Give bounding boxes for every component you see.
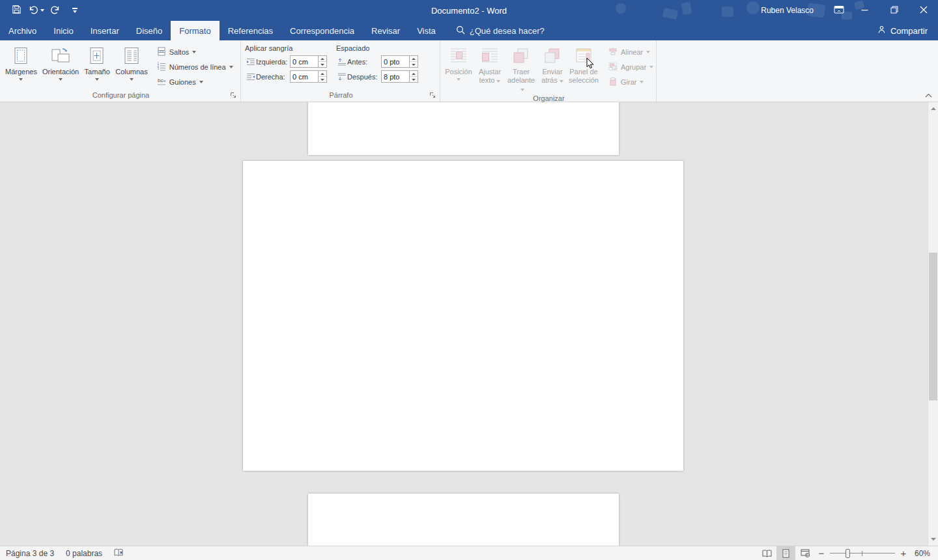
group-label-organizar: Organizar bbox=[533, 94, 564, 102]
close-button[interactable] bbox=[909, 0, 938, 21]
dropdown-arrow-icon bbox=[229, 66, 233, 68]
dropdown-arrow-icon bbox=[496, 80, 500, 83]
scroll-up-button[interactable] bbox=[928, 103, 938, 114]
aplicar-sangria-section: Aplicar sangría Izquierda: bbox=[245, 43, 327, 84]
espaciado-section: Espaciado Antes: bbox=[336, 43, 418, 84]
tab-archivo[interactable]: Archivo bbox=[0, 21, 45, 40]
traer-adelante-button: Traer adelante bbox=[505, 43, 537, 93]
sangria-derecha-input[interactable] bbox=[290, 70, 319, 83]
spin-up-button[interactable] bbox=[410, 71, 418, 76]
svg-text:bc: bc bbox=[158, 77, 163, 83]
tamano-icon bbox=[89, 44, 106, 68]
numeros-de-linea-icon: 123 bbox=[157, 62, 166, 72]
dropdown-arrow-icon bbox=[560, 80, 563, 83]
zoom-slider-thumb[interactable] bbox=[846, 549, 850, 558]
dropdown-arrow-icon bbox=[192, 51, 196, 53]
page-indicator[interactable]: Página 3 de 3 bbox=[0, 546, 60, 560]
dropdown-arrow-icon bbox=[520, 89, 524, 91]
columnas-icon bbox=[123, 44, 140, 68]
page-2-bottom[interactable] bbox=[308, 102, 619, 155]
tab-inicio[interactable]: Inicio bbox=[45, 21, 81, 40]
espaciado-antes-input[interactable] bbox=[381, 55, 410, 68]
tab-revisar[interactable]: Revisar bbox=[363, 21, 408, 40]
proofing-status-button[interactable] bbox=[108, 546, 130, 560]
saltos-button[interactable]: Saltos bbox=[154, 44, 236, 59]
zoom-slider[interactable] bbox=[830, 547, 895, 560]
share-button[interactable]: Compartir bbox=[877, 21, 928, 40]
ajustar-texto-icon bbox=[481, 44, 499, 68]
user-name[interactable]: Ruben Velasco bbox=[761, 6, 814, 15]
guiones-button[interactable]: bc Guiones bbox=[154, 74, 236, 89]
girar-icon bbox=[608, 77, 618, 87]
spin-down-button[interactable] bbox=[319, 76, 326, 82]
dropdown-arrow-icon bbox=[19, 78, 23, 81]
ribbon-tab-row: Archivo Inicio Insertar Diseño Formato R… bbox=[0, 21, 938, 40]
collapse-ribbon-button[interactable] bbox=[922, 91, 934, 100]
print-layout-button[interactable] bbox=[776, 546, 795, 560]
redo-icon bbox=[50, 5, 61, 16]
ribbon-display-options-button[interactable] bbox=[828, 0, 850, 21]
tell-me-search[interactable]: ¿Qué desea hacer? bbox=[456, 21, 545, 40]
minimize-button[interactable] bbox=[850, 0, 879, 21]
restore-button[interactable] bbox=[879, 0, 909, 21]
sangria-derecha-row: Derecha: bbox=[245, 69, 327, 84]
group-label-parrafo: Párrafo bbox=[329, 91, 352, 99]
read-mode-button[interactable] bbox=[758, 546, 776, 560]
tab-formato[interactable]: Formato bbox=[171, 21, 219, 40]
tab-referencias[interactable]: Referencias bbox=[220, 21, 281, 40]
tab-insertar[interactable]: Insertar bbox=[82, 21, 128, 40]
page-3-landscape[interactable] bbox=[243, 161, 683, 471]
tab-diseno[interactable]: Diseño bbox=[128, 21, 171, 40]
word-count[interactable]: 0 palabras bbox=[60, 546, 108, 560]
configurar-pagina-dialog-launcher[interactable] bbox=[229, 91, 238, 100]
posicion-icon bbox=[449, 44, 468, 68]
tab-vista[interactable]: Vista bbox=[408, 21, 444, 40]
zoom-in-button[interactable]: + bbox=[896, 546, 911, 560]
scroll-down-button[interactable] bbox=[928, 534, 938, 545]
zoom-out-button[interactable]: − bbox=[814, 546, 829, 560]
panel-de-seleccion-button: Panel de selección bbox=[568, 43, 599, 85]
sangria-izquierda-input[interactable] bbox=[290, 55, 319, 68]
tab-correspondencia[interactable]: Correspondencia bbox=[281, 21, 363, 40]
undo-icon bbox=[28, 5, 38, 16]
posicion-button: Posición bbox=[443, 43, 474, 81]
customize-icon bbox=[72, 8, 78, 13]
search-placeholder: ¿Qué desea hacer? bbox=[470, 26, 545, 36]
spin-down-button[interactable] bbox=[410, 61, 418, 67]
sangria-izquierda-row: Izquierda: bbox=[245, 54, 327, 69]
save-button[interactable] bbox=[8, 2, 25, 19]
redo-button[interactable] bbox=[47, 2, 64, 19]
spin-up-button[interactable] bbox=[319, 71, 326, 76]
tamano-button[interactable]: Tamaño bbox=[81, 43, 113, 81]
numeros-de-linea-button[interactable]: 123 Números de línea bbox=[154, 59, 236, 74]
vertical-scrollbar[interactable] bbox=[928, 102, 938, 546]
share-label: Compartir bbox=[890, 26, 928, 36]
page-4-top[interactable] bbox=[308, 494, 619, 546]
undo-dropdown-icon bbox=[40, 9, 44, 12]
alinear-icon bbox=[608, 47, 618, 57]
saltos-icon bbox=[157, 47, 166, 57]
espaciado-heading: Espaciado bbox=[336, 43, 418, 54]
sangria-izquierda-spinner bbox=[319, 55, 327, 68]
dropdown-arrow-icon bbox=[199, 81, 203, 83]
proofing-book-icon bbox=[114, 548, 124, 559]
columnas-button[interactable]: Columnas bbox=[113, 43, 150, 81]
scrollbar-thumb[interactable] bbox=[929, 253, 937, 400]
orientacion-button[interactable]: Orientación bbox=[40, 43, 81, 81]
spin-up-button[interactable] bbox=[319, 56, 326, 61]
parrafo-dialog-launcher[interactable] bbox=[428, 91, 437, 100]
margenes-button[interactable]: Márgenes bbox=[3, 43, 40, 81]
dropdown-arrow-icon bbox=[649, 66, 653, 68]
zoom-level[interactable]: 60% bbox=[911, 549, 938, 558]
spin-down-button[interactable] bbox=[319, 61, 326, 67]
panel-de-seleccion-icon bbox=[575, 44, 593, 68]
undo-button[interactable] bbox=[27, 2, 44, 19]
agrupar-button: Agrupar bbox=[606, 59, 656, 74]
espaciado-despues-input[interactable] bbox=[381, 70, 410, 83]
customize-quick-access-button[interactable] bbox=[66, 2, 83, 19]
zoom-slider-center-notch bbox=[862, 551, 862, 556]
margenes-icon bbox=[12, 44, 29, 68]
spin-up-button[interactable] bbox=[410, 56, 418, 61]
spin-down-button[interactable] bbox=[410, 76, 418, 82]
web-layout-button[interactable] bbox=[795, 546, 814, 560]
